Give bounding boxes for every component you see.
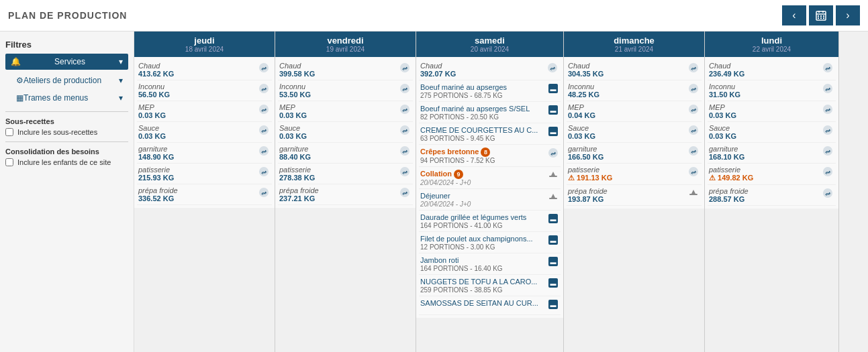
- category-row: prépa froide 336.52 KG: [137, 184, 272, 205]
- recipe-details: Déjeuner 20/04/2024 - J+0: [420, 191, 471, 208]
- cat-name: prépa froide: [568, 187, 687, 195]
- cat-weight: 53.50 KG: [279, 91, 398, 99]
- day-body-jeudi: Chaud 413.62 KG Inconnu 56.50 KG MEP 0.0…: [134, 57, 275, 208]
- trames-item[interactable]: ▦ Trames de menus ▾: [5, 90, 128, 106]
- cat-info: prépa froide 288.57 KG: [709, 187, 821, 203]
- recipe-details: Jambon roti 164 PORTIONS - 16.40 KG: [420, 255, 503, 272]
- cat-icon: [398, 103, 412, 115]
- category-row: patisserie ⚠ 191.13 KG: [567, 164, 702, 185]
- day-date: 19 avril 2024: [278, 46, 413, 53]
- cat-icon: [257, 103, 271, 115]
- svg-point-17: [400, 63, 409, 72]
- recipe-icon-wrap: [547, 191, 559, 205]
- recipe-icon-wrap: ▬: [547, 125, 559, 139]
- svg-text:▬: ▬: [550, 280, 557, 287]
- recipe-name[interactable]: Daurade grillée et légumes verts: [420, 213, 526, 221]
- recipe-name[interactable]: Boeuf mariné au apserges S/SEL: [420, 105, 530, 113]
- cat-icon: [821, 62, 834, 74]
- cat-weight: ⚠ 191.13 KG: [568, 174, 687, 182]
- filtres-title: Filtres: [5, 40, 128, 50]
- cat-icon: [257, 186, 271, 198]
- category-row: garniture 148.90 KG: [137, 143, 272, 164]
- cat-name: Inconnu: [709, 82, 821, 91]
- recipe-name[interactable]: Jambon roti: [420, 256, 459, 264]
- cat-icon: [687, 103, 700, 115]
- cat-info: garniture 166.50 KG: [568, 145, 687, 161]
- svg-point-16: [259, 188, 269, 197]
- cat-info: Inconnu 56.50 KG: [138, 82, 257, 99]
- category-row: patisserie 215.93 KG: [137, 164, 272, 184]
- cat-weight: 288.57 KG: [709, 195, 821, 203]
- svg-point-19: [400, 105, 409, 114]
- prev-button[interactable]: ‹: [782, 5, 806, 25]
- services-chevron-icon: ▾: [119, 57, 123, 66]
- recipe-name[interactable]: CREME DE COURGETTES AU C...: [420, 126, 538, 134]
- cat-icon: [398, 145, 412, 157]
- cat-icon: [257, 166, 271, 178]
- ateliers-label: Ateliers de production: [23, 76, 101, 85]
- cat-info: Chaud 304.35 KG: [568, 62, 687, 78]
- cat-info: Inconnu 31.50 KG: [709, 82, 821, 99]
- day-header-vendredi: vendredi19 avril 2024: [275, 32, 416, 57]
- recipe-name[interactable]: Crêpes bretonne8: [420, 148, 490, 156]
- category-row: patisserie ⚠ 149.82 KG: [708, 164, 836, 185]
- recipe-details: Crêpes bretonne8 94 PORTIONS - 7.52 KG: [420, 147, 495, 164]
- category-row: Inconnu 31.50 KG: [708, 80, 836, 101]
- recipe-name[interactable]: Boeuf mariné au apserges: [420, 83, 507, 91]
- calendar-button[interactable]: [809, 5, 833, 25]
- cat-name: Sauce: [138, 124, 257, 132]
- cat-weight: 215.93 KG: [138, 174, 257, 182]
- services-dropdown[interactable]: 🔔 Services ▾: [5, 54, 128, 70]
- ateliers-item[interactable]: ⚙ Ateliers de production ▾: [5, 72, 128, 89]
- consolidation-checkbox[interactable]: [5, 158, 13, 166]
- sous-recettes-checkbox[interactable]: [5, 128, 13, 136]
- category-row: MEP 0.03 KG: [278, 101, 413, 122]
- cat-name: Chaud: [279, 62, 398, 70]
- day-col-vendredi: vendredi19 avril 2024 Chaud 399.58 KG In…: [275, 32, 416, 352]
- cat-name: patisserie: [709, 166, 821, 174]
- cat-name: garniture: [568, 145, 687, 153]
- recipe-name[interactable]: Déjeuner: [420, 192, 450, 200]
- sous-recettes-row: Inclure les sous-recettes: [5, 128, 128, 136]
- recipe-details: Filet de poulet aux champignons... 12 PO…: [420, 234, 533, 251]
- cat-icon: [257, 145, 271, 157]
- cat-name: Inconnu: [138, 82, 257, 91]
- recipe-name[interactable]: SAMOSSAS DE SEITAN AU CUR...: [420, 299, 538, 307]
- sous-recettes-label: Inclure les sous-recettes: [17, 128, 97, 136]
- cat-weight: 56.50 KG: [138, 91, 257, 99]
- svg-point-31: [548, 148, 558, 158]
- cat-name: Sauce: [279, 124, 398, 132]
- cat-icon: [398, 166, 412, 178]
- cat-weight: ⚠ 149.82 KG: [709, 174, 821, 182]
- cat-weight: 0.03 KG: [709, 111, 821, 119]
- svg-point-47: [689, 125, 698, 135]
- cat-name: MEP: [138, 103, 257, 111]
- svg-point-44: [689, 63, 698, 72]
- category-row: Sauce 0.03 KG: [137, 122, 272, 143]
- recipe-item: Daurade grillée et légumes verts 164 POR…: [419, 211, 561, 232]
- sidebar: Filtres 🔔 Services ▾ ⚙ Ateliers de produ…: [0, 32, 134, 352]
- cat-info: Chaud 413.62 KG: [138, 62, 257, 78]
- cat-name: Sauce: [568, 124, 687, 132]
- header-nav: ‹ ›: [782, 5, 860, 25]
- recipe-item: Boeuf mariné au apserges 275 PORTIONS - …: [419, 80, 561, 102]
- recipe-sub: 20/04/2024 - J+0: [420, 200, 471, 208]
- svg-point-56: [823, 167, 832, 176]
- recipe-name[interactable]: Filet de poulet aux champignons...: [420, 235, 533, 243]
- day-body-vendredi: Chaud 399.58 KG Inconnu 53.50 KG MEP 0.0…: [275, 57, 416, 208]
- category-row: Inconnu 48.25 KG: [567, 80, 702, 101]
- cat-info: prépa froide 237.21 KG: [279, 186, 398, 202]
- recipe-name[interactable]: NUGGETS DE TOFU A LA CARO...: [420, 278, 537, 286]
- category-row: garniture 88.40 KG: [278, 143, 413, 164]
- cat-name: MEP: [709, 103, 821, 111]
- cat-weight: 148.90 KG: [138, 153, 257, 161]
- cat-icon: [398, 186, 412, 198]
- svg-rect-9: [823, 17, 824, 19]
- recipe-item: Crêpes bretonne8 94 PORTIONS - 7.52 KG: [419, 145, 561, 167]
- next-button[interactable]: ›: [836, 5, 860, 25]
- svg-text:▬: ▬: [550, 107, 557, 114]
- cat-icon: [821, 166, 834, 178]
- svg-text:▬: ▬: [550, 86, 557, 93]
- recipe-name[interactable]: Collation9: [420, 170, 463, 178]
- category-row: Sauce 0.03 KG: [708, 122, 836, 143]
